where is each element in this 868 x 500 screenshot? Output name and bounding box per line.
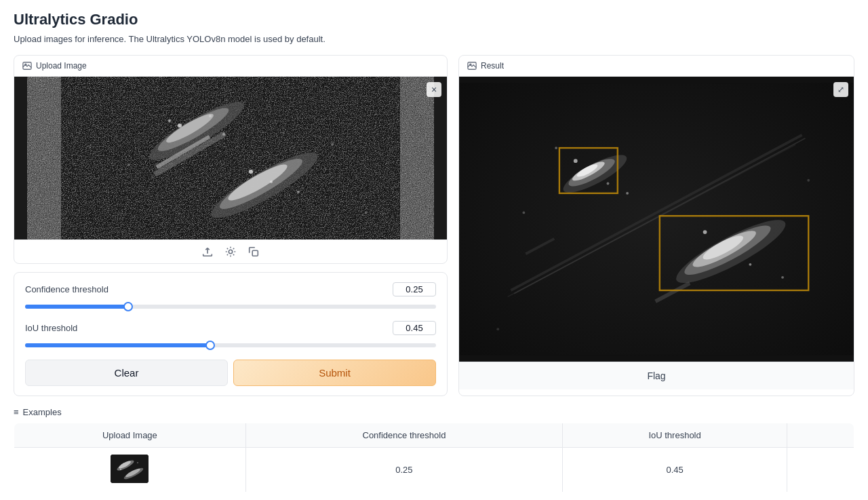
upload-toolbar-btn[interactable]	[201, 246, 214, 258]
svg-point-17	[270, 180, 273, 183]
svg-point-42	[607, 182, 610, 185]
upload-box: Upload Image ×	[14, 55, 448, 264]
svg-point-19	[127, 164, 130, 166]
result-box: Result ⤢	[458, 55, 854, 396]
svg-point-45	[749, 263, 751, 266]
example-image-cell	[14, 448, 246, 493]
confidence-track	[25, 305, 436, 309]
flag-button[interactable]: Flag	[647, 370, 665, 381]
examples-header: ≡ Examples	[14, 407, 854, 417]
svg-point-48	[807, 179, 810, 182]
svg-rect-23	[252, 250, 258, 256]
col-header-image: Upload Image	[14, 423, 246, 448]
submit-button[interactable]: Submit	[233, 360, 436, 386]
page-subtitle: Upload images for inference. The Ultraly…	[14, 34, 854, 44]
right-panel: Result ⤢	[458, 55, 854, 396]
svg-point-46	[781, 276, 784, 279]
upload-icon	[201, 246, 214, 258]
expand-button[interactable]: ⤢	[833, 82, 848, 97]
iou-fill	[25, 343, 210, 347]
left-panel: Upload Image ×	[14, 55, 448, 396]
confidence-fill	[25, 305, 128, 309]
svg-point-15	[222, 133, 225, 136]
action-row: Clear Submit	[25, 360, 436, 386]
copy-icon	[248, 246, 260, 258]
svg-point-49	[496, 328, 499, 330]
examples-menu-icon: ≡	[14, 407, 19, 417]
svg-point-40	[555, 147, 557, 149]
svg-point-21	[365, 211, 368, 214]
confidence-slider-group: Confidence threshold	[25, 282, 436, 311]
svg-point-44	[703, 230, 707, 234]
example-thumbnail	[111, 455, 149, 483]
svg-point-61	[137, 462, 138, 463]
col-header-iou: IoU threshold	[563, 423, 787, 448]
svg-point-41	[574, 159, 578, 163]
copy-toolbar-btn[interactable]	[248, 246, 260, 258]
close-button[interactable]: ×	[427, 82, 441, 97]
svg-point-20	[331, 143, 334, 146]
svg-point-16	[249, 170, 253, 174]
svg-point-18	[297, 191, 300, 193]
radar-image	[14, 77, 447, 239]
iou-thumb[interactable]	[205, 341, 215, 350]
table-row[interactable]: 0.25 0.45	[14, 448, 854, 493]
result-image-icon	[467, 61, 477, 71]
confidence-value-input[interactable]	[393, 282, 436, 296]
upload-image-area[interactable]: ×	[14, 77, 447, 239]
svg-point-13	[178, 123, 182, 128]
clear-button[interactable]: Clear	[25, 360, 228, 386]
confidence-label: Confidence threshold	[25, 284, 108, 294]
examples-section: ≡ Examples Upload Image Confidence thres…	[14, 407, 854, 493]
result-image-area: ⤢	[459, 77, 854, 362]
iou-track	[25, 343, 436, 347]
svg-rect-28	[459, 83, 854, 355]
image-toolbar	[14, 239, 447, 263]
iou-label: IoU threshold	[25, 323, 77, 333]
confidence-thumb[interactable]	[123, 302, 133, 311]
svg-point-60	[120, 469, 121, 470]
svg-point-22	[229, 250, 232, 253]
col-header-confidence: Confidence threshold	[245, 423, 562, 448]
settings-toolbar-btn[interactable]	[224, 246, 237, 258]
example-confidence-cell: 0.25	[245, 448, 562, 493]
examples-table: Upload Image Confidence threshold IoU th…	[14, 423, 854, 493]
svg-point-43	[626, 192, 629, 195]
example-iou2-cell	[787, 448, 854, 493]
upload-label: Upload Image	[14, 56, 447, 77]
result-radar-image	[459, 77, 854, 362]
iou-value-input[interactable]	[393, 321, 436, 335]
svg-point-14	[209, 115, 212, 117]
iou-slider-group: IoU threshold	[25, 321, 436, 350]
table-header-row: Upload Image Confidence threshold IoU th…	[14, 423, 854, 448]
svg-point-12	[168, 119, 171, 122]
flag-row: Flag	[459, 362, 854, 389]
image-icon	[22, 61, 32, 71]
svg-point-47	[523, 212, 526, 214]
controls-panel: Confidence threshold IoU threshold	[14, 272, 448, 396]
result-label: Result	[459, 56, 854, 77]
col-header-iou2	[787, 423, 854, 448]
gear-icon	[224, 246, 237, 258]
thumb-svg	[111, 455, 149, 483]
page-title: Ultralytics Gradio	[14, 11, 854, 28]
example-iou-cell: 0.45	[563, 448, 787, 493]
